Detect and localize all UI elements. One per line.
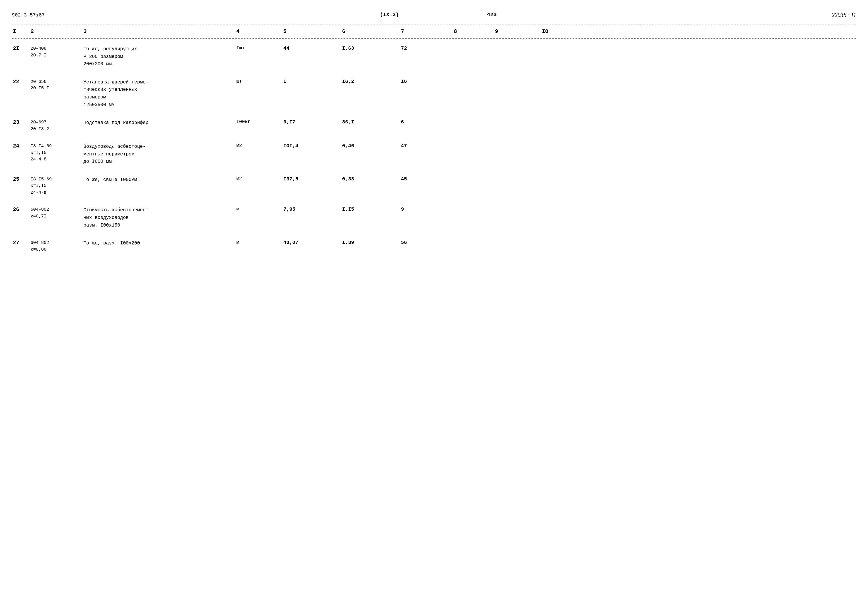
table-cell: 604–802 к=0,7I xyxy=(30,206,82,229)
table-cell xyxy=(541,143,588,166)
table-cell xyxy=(541,119,588,133)
table-cell: I6 xyxy=(400,79,453,109)
top-dashed-rule xyxy=(12,24,856,24)
data-table: 2I20–408 20-7-IТо же, регулирующих Р 200… xyxy=(12,40,856,258)
col-header-9: 9 xyxy=(494,28,541,34)
table-cell xyxy=(494,79,541,109)
table-cell: 44 xyxy=(282,46,341,68)
table-cell: I,63 xyxy=(341,46,400,68)
col-header-11 xyxy=(588,28,611,34)
col-header-7: 7 xyxy=(400,28,453,34)
table-cell: I6,2 xyxy=(341,79,400,109)
table-row: 24I8-I4-69 к=I,I5 24-4-бВоздуховоды асбе… xyxy=(12,138,856,171)
header-section: (IX.3) xyxy=(380,12,399,18)
table-cell: 24 xyxy=(12,143,30,166)
table-cell xyxy=(588,46,611,68)
table-cell: 604–802 к=0,86 xyxy=(30,240,82,253)
header-right-code: 22038 · 11 xyxy=(831,12,856,19)
table-cell: 23 xyxy=(12,119,30,133)
table-cell: 47 xyxy=(400,143,453,166)
column-headers: I 2 3 4 5 6 7 8 9 IO xyxy=(12,25,856,37)
col-header-4: 4 xyxy=(235,28,282,34)
col-header-10: IO xyxy=(541,28,588,34)
table-cell: 72 xyxy=(400,46,453,68)
table-cell: 0,46 xyxy=(341,143,400,166)
header-page-num: 423 xyxy=(487,12,496,18)
table-cell: 6 xyxy=(400,119,453,133)
table-cell xyxy=(494,206,541,229)
table-row: 2220–656 20-I5-IУстановка дверей герме- … xyxy=(12,74,856,114)
table-cell: 26 xyxy=(12,206,30,229)
table-cell: I8-I5-69 к=I,I5 24-4-в xyxy=(30,176,82,196)
table-cell: 36,I xyxy=(341,119,400,133)
table-cell: 27 xyxy=(12,240,30,253)
table-cell xyxy=(588,176,611,196)
table-cell xyxy=(453,176,494,196)
table-cell: I,I5 xyxy=(341,206,400,229)
table-cell xyxy=(453,143,494,166)
col-header-3: 3 xyxy=(82,28,235,34)
table-cell: I,39 xyxy=(341,240,400,253)
table-cell: I xyxy=(282,79,341,109)
table-cell xyxy=(588,206,611,229)
table-cell xyxy=(494,46,541,68)
table-cell: Установка дверей герме- тических утеплен… xyxy=(82,79,235,109)
col-header-1: I xyxy=(12,28,30,34)
table-cell: 25 xyxy=(12,176,30,196)
table-cell: 45 xyxy=(400,176,453,196)
table-cell xyxy=(588,143,611,166)
table-cell xyxy=(588,240,611,253)
table-cell xyxy=(588,119,611,133)
table-cell: 9 xyxy=(400,206,453,229)
table-cell: шт xyxy=(235,79,282,109)
table-cell: 20–697 20-I8-2 xyxy=(30,119,82,133)
table-cell: I37,5 xyxy=(282,176,341,196)
table-cell xyxy=(541,46,588,68)
table-cell: м2 xyxy=(235,143,282,166)
table-cell: Iшт xyxy=(235,46,282,68)
table-cell xyxy=(494,240,541,253)
table-cell: 20–656 20-I5-I xyxy=(30,79,82,109)
table-cell: 40,07 xyxy=(282,240,341,253)
table-cell: 7,95 xyxy=(282,206,341,229)
table-cell xyxy=(541,176,588,196)
table-cell: м xyxy=(235,240,282,253)
col-header-8: 8 xyxy=(453,28,494,34)
table-cell: 0,33 xyxy=(341,176,400,196)
table-row: 26604–802 к=0,7IСтоимость асбестоцемент-… xyxy=(12,201,856,235)
header-doc-number: 902-3-57₂87 xyxy=(12,12,45,18)
table-cell: Стоимость асбестоцемент- ных воздуховодо… xyxy=(82,206,235,229)
table-cell: То же, разм. I00х200 xyxy=(82,240,235,253)
table-cell: Воздуховоды асбестоце- ментные периметро… xyxy=(82,143,235,166)
table-cell xyxy=(494,143,541,166)
table-cell xyxy=(453,240,494,253)
table-cell: 0,I7 xyxy=(282,119,341,133)
table-row: 25I8-I5-69 к=I,I5 24-4-вТо же, свыше I00… xyxy=(12,171,856,202)
table-row: 2320–697 20-I8-2Подставка под калориферI… xyxy=(12,114,856,138)
table-cell xyxy=(541,240,588,253)
table-cell: м xyxy=(235,206,282,229)
table-cell: То же, регулирующих Р 200 размером 200х2… xyxy=(82,46,235,68)
header-bottom-rule xyxy=(12,38,856,39)
table-cell: То же, свыше I000мм xyxy=(82,176,235,196)
table-cell xyxy=(541,79,588,109)
table-cell: 2I xyxy=(12,46,30,68)
table-row: 2I20–408 20-7-IТо же, регулирующих Р 200… xyxy=(12,40,856,74)
table-cell xyxy=(494,119,541,133)
col-header-5: 5 xyxy=(282,28,341,34)
table-row: 27604–802 к=0,86То же, разм. I00х200м40,… xyxy=(12,235,856,258)
table-cell xyxy=(541,206,588,229)
table-cell xyxy=(494,176,541,196)
table-cell xyxy=(453,79,494,109)
table-cell: 56 xyxy=(400,240,453,253)
table-cell: I00кг xyxy=(235,119,282,133)
col-header-2: 2 xyxy=(30,28,82,34)
table-cell xyxy=(588,79,611,109)
table-cell xyxy=(453,119,494,133)
table-cell xyxy=(453,46,494,68)
table-cell xyxy=(453,206,494,229)
table-cell: м2 xyxy=(235,176,282,196)
table-cell: Подставка под калорифер xyxy=(82,119,235,133)
page-header: 902-3-57₂87 (IX.3) 423 22038 · 11 xyxy=(12,9,856,21)
table-cell: IOI,4 xyxy=(282,143,341,166)
